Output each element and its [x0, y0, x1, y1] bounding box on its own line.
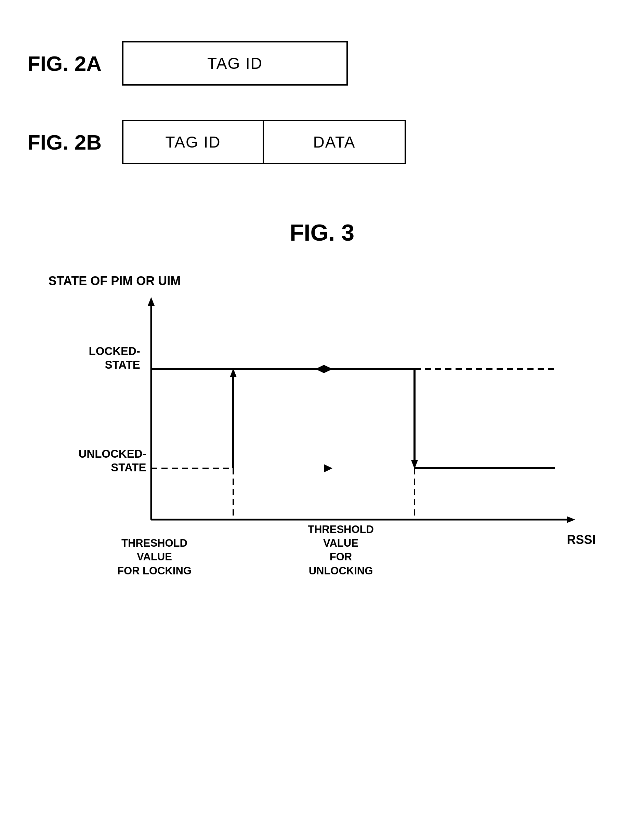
fig2a-tag-id-text: TAG ID	[207, 54, 263, 73]
fig3-svg	[117, 294, 589, 554]
fig2a-section: FIG. 2A TAG ID	[27, 41, 617, 86]
fig2b-label: FIG. 2B	[27, 130, 102, 154]
fig2b-data-cell: DATA	[264, 121, 404, 163]
threshold-locking-label: THRESHOLD VALUEFOR LOCKING	[117, 536, 192, 578]
fig2b-tag-id-text: TAG ID	[166, 133, 221, 151]
fig2b-tag-id-cell: TAG ID	[123, 121, 264, 163]
svg-marker-3	[567, 516, 575, 523]
fig3-chart: STATE OF PIM OR UIM LOCKED-STATE UNLOCKE…	[49, 273, 596, 581]
svg-marker-8	[324, 365, 333, 373]
page: FIG. 2A TAG ID FIG. 2B TAG ID DATA FIG. …	[0, 0, 644, 839]
fig2a-tag-id-box: TAG ID	[122, 41, 348, 86]
fig2b-data-box: TAG ID DATA	[122, 120, 406, 164]
fig3-title: FIG. 3	[27, 219, 617, 246]
fig2b-data-text: DATA	[313, 133, 356, 151]
threshold-unlocking-label: THRESHOLD VALUEFOR UNLOCKING	[302, 523, 380, 578]
svg-marker-15	[324, 464, 332, 472]
svg-marker-1	[148, 297, 154, 306]
fig2b-section: FIG. 2B TAG ID DATA	[27, 120, 617, 164]
y-axis-label: STATE OF PIM OR UIM	[49, 273, 181, 289]
svg-marker-9	[315, 365, 324, 373]
fig2a-label: FIG. 2A	[27, 51, 102, 76]
